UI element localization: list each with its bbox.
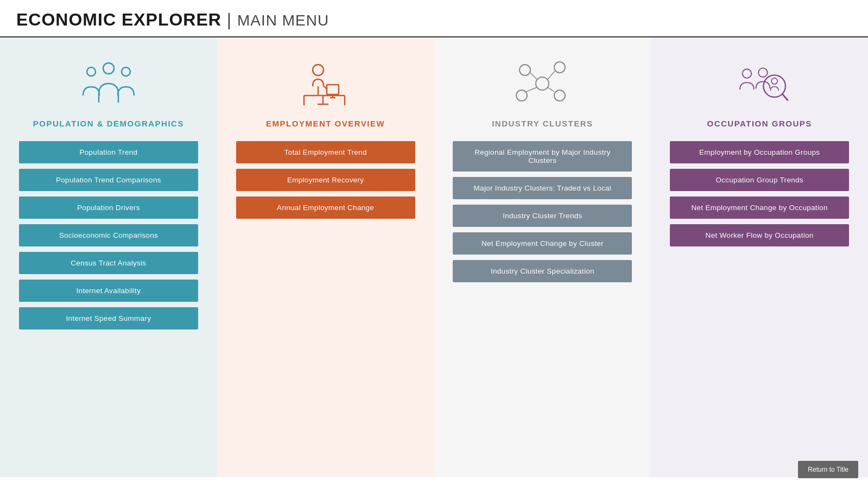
svg-rect-10 (327, 85, 339, 94)
btn-industry-cluster-trends[interactable]: Industry Cluster Trends (453, 205, 632, 227)
col-emp-title: EMPLOYMENT OVERVIEW (266, 119, 385, 128)
worker-icon (293, 54, 358, 113)
return-to-title-button[interactable]: Return to Title (798, 461, 858, 478)
column-ind-clusters: INDUSTRY CLUSTERS Regional Employment by… (434, 37, 651, 477)
column-pop-dem: POPULATION & DEMOGRAPHICS Population Tre… (0, 37, 217, 477)
svg-point-17 (554, 62, 565, 73)
btn-net-worker-flow-occupation[interactable]: Net Worker Flow by Occupation (670, 224, 849, 246)
brand-title: ECONOMIC EXPLORER (16, 10, 221, 29)
btn-occupation-group-trends[interactable]: Occupation Group Trends (670, 169, 849, 191)
svg-point-3 (87, 67, 96, 76)
btn-internet-availability[interactable]: Internet Availability (19, 280, 198, 302)
btn-internet-speed-summary[interactable]: Internet Speed Summary (19, 307, 198, 329)
col-ind-title: INDUSTRY CLUSTERS (492, 119, 593, 128)
page-header: ECONOMIC EXPLORER | MAIN MENU (0, 0, 868, 37)
header-subtitle: MAIN MENU (237, 12, 329, 29)
svg-point-16 (519, 65, 530, 75)
column-emp-overview: EMPLOYMENT OVERVIEW Total Employment Tre… (217, 37, 434, 477)
btn-population-trend[interactable]: Population Trend (19, 141, 198, 163)
btn-employment-recovery[interactable]: Employment Recovery (236, 169, 415, 191)
btn-major-industry-clusters-traded[interactable]: Major Industry Clusters: Traded vs Local (453, 177, 632, 199)
svg-line-20 (530, 73, 537, 79)
svg-point-0 (103, 63, 114, 74)
col-occ-title: OCCUPATION GROUPS (707, 119, 812, 128)
main-columns: POPULATION & DEMOGRAPHICS Population Tre… (0, 37, 868, 477)
btn-net-employment-change-cluster[interactable]: Net Employment Change by Cluster (453, 232, 632, 255)
svg-line-23 (548, 87, 554, 92)
btn-total-employment-trend[interactable]: Total Employment Trend (236, 141, 415, 163)
svg-point-15 (536, 77, 549, 90)
btn-regional-employment[interactable]: Regional Employment by Major Industry Cl… (453, 141, 632, 172)
svg-line-21 (548, 71, 555, 79)
btn-socioeconomic-comparisons[interactable]: Socioeconomic Comparisons (19, 224, 198, 246)
svg-point-25 (758, 68, 768, 77)
btn-census-tract-analysis[interactable]: Census Tract Analysis (19, 252, 198, 274)
svg-point-28 (771, 78, 777, 84)
btn-population-drivers[interactable]: Population Drivers (19, 197, 198, 219)
svg-point-19 (554, 90, 565, 101)
svg-point-24 (743, 69, 752, 78)
people-icon (76, 54, 141, 113)
svg-point-13 (313, 65, 324, 75)
svg-point-4 (122, 67, 130, 76)
column-occ-groups: OCCUPATION GROUPS Employment by Occupati… (651, 37, 868, 477)
btn-annual-employment-change[interactable]: Annual Employment Change (236, 197, 415, 219)
svg-line-22 (526, 87, 537, 92)
btn-population-trend-comparisons[interactable]: Population Trend Comparisons (19, 169, 198, 191)
btn-industry-cluster-specialization[interactable]: Industry Cluster Specialization (453, 260, 632, 282)
svg-point-18 (516, 90, 527, 101)
network-icon (510, 54, 575, 113)
svg-line-27 (783, 94, 788, 100)
magnify-people-icon (727, 54, 792, 113)
col-pop-title: POPULATION & DEMOGRAPHICS (33, 119, 184, 128)
btn-net-employment-change-occupation[interactable]: Net Employment Change by Occupation (670, 197, 849, 219)
btn-employment-occupation-groups[interactable]: Employment by Occupation Groups (670, 141, 849, 163)
header-separator: | (221, 10, 237, 29)
